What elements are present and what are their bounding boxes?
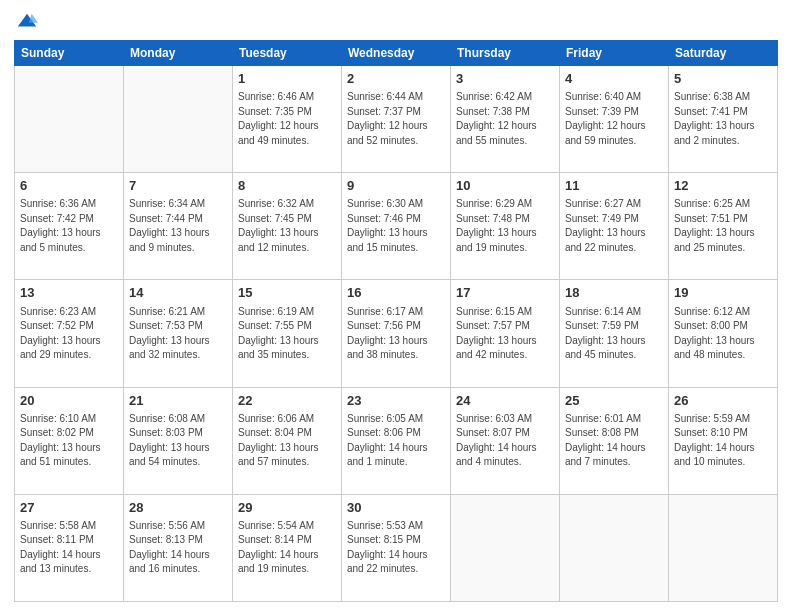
logo-icon bbox=[16, 10, 38, 32]
day-header-friday: Friday bbox=[560, 41, 669, 66]
calendar-cell: 5Sunrise: 6:38 AMSunset: 7:41 PMDaylight… bbox=[669, 66, 778, 173]
day-info: Sunset: 7:48 PM bbox=[456, 212, 554, 227]
day-info: Sunrise: 6:30 AM bbox=[347, 197, 445, 212]
day-info: Daylight: 14 hours and 13 minutes. bbox=[20, 548, 118, 577]
calendar-cell: 2Sunrise: 6:44 AMSunset: 7:37 PMDaylight… bbox=[342, 66, 451, 173]
week-row-4: 20Sunrise: 6:10 AMSunset: 8:02 PMDayligh… bbox=[15, 387, 778, 494]
calendar-cell: 12Sunrise: 6:25 AMSunset: 7:51 PMDayligh… bbox=[669, 173, 778, 280]
day-number: 4 bbox=[565, 70, 663, 88]
day-info: Sunrise: 6:34 AM bbox=[129, 197, 227, 212]
calendar-cell: 17Sunrise: 6:15 AMSunset: 7:57 PMDayligh… bbox=[451, 280, 560, 387]
day-info: Daylight: 14 hours and 16 minutes. bbox=[129, 548, 227, 577]
calendar-cell: 25Sunrise: 6:01 AMSunset: 8:08 PMDayligh… bbox=[560, 387, 669, 494]
day-info: Daylight: 13 hours and 19 minutes. bbox=[456, 226, 554, 255]
calendar-cell bbox=[124, 66, 233, 173]
day-info: Sunrise: 5:59 AM bbox=[674, 412, 772, 427]
day-number: 24 bbox=[456, 392, 554, 410]
day-info: Sunrise: 6:21 AM bbox=[129, 305, 227, 320]
day-info: Sunset: 7:51 PM bbox=[674, 212, 772, 227]
calendar-cell: 1Sunrise: 6:46 AMSunset: 7:35 PMDaylight… bbox=[233, 66, 342, 173]
calendar-cell bbox=[451, 494, 560, 601]
day-info: Daylight: 14 hours and 22 minutes. bbox=[347, 548, 445, 577]
week-row-5: 27Sunrise: 5:58 AMSunset: 8:11 PMDayligh… bbox=[15, 494, 778, 601]
day-info: Sunrise: 6:03 AM bbox=[456, 412, 554, 427]
day-number: 21 bbox=[129, 392, 227, 410]
week-row-1: 1Sunrise: 6:46 AMSunset: 7:35 PMDaylight… bbox=[15, 66, 778, 173]
calendar-cell: 7Sunrise: 6:34 AMSunset: 7:44 PMDaylight… bbox=[124, 173, 233, 280]
day-number: 9 bbox=[347, 177, 445, 195]
day-info: Daylight: 12 hours and 59 minutes. bbox=[565, 119, 663, 148]
day-info: Sunrise: 6:14 AM bbox=[565, 305, 663, 320]
day-number: 20 bbox=[20, 392, 118, 410]
day-info: Daylight: 13 hours and 25 minutes. bbox=[674, 226, 772, 255]
day-number: 25 bbox=[565, 392, 663, 410]
day-number: 27 bbox=[20, 499, 118, 517]
day-number: 23 bbox=[347, 392, 445, 410]
day-info: Sunset: 7:59 PM bbox=[565, 319, 663, 334]
day-info: Daylight: 12 hours and 52 minutes. bbox=[347, 119, 445, 148]
day-info: Daylight: 13 hours and 29 minutes. bbox=[20, 334, 118, 363]
calendar-cell: 8Sunrise: 6:32 AMSunset: 7:45 PMDaylight… bbox=[233, 173, 342, 280]
calendar-cell bbox=[669, 494, 778, 601]
logo bbox=[14, 10, 38, 32]
day-info: Sunrise: 6:06 AM bbox=[238, 412, 336, 427]
header-row: SundayMondayTuesdayWednesdayThursdayFrid… bbox=[15, 41, 778, 66]
calendar-cell: 19Sunrise: 6:12 AMSunset: 8:00 PMDayligh… bbox=[669, 280, 778, 387]
day-info: Daylight: 12 hours and 49 minutes. bbox=[238, 119, 336, 148]
day-info: Sunrise: 6:46 AM bbox=[238, 90, 336, 105]
day-number: 3 bbox=[456, 70, 554, 88]
day-info: Sunset: 8:04 PM bbox=[238, 426, 336, 441]
day-number: 28 bbox=[129, 499, 227, 517]
day-number: 17 bbox=[456, 284, 554, 302]
day-number: 10 bbox=[456, 177, 554, 195]
day-info: Sunrise: 6:40 AM bbox=[565, 90, 663, 105]
day-info: Daylight: 13 hours and 38 minutes. bbox=[347, 334, 445, 363]
day-number: 13 bbox=[20, 284, 118, 302]
day-number: 30 bbox=[347, 499, 445, 517]
day-info: Sunset: 8:08 PM bbox=[565, 426, 663, 441]
day-info: Sunset: 8:14 PM bbox=[238, 533, 336, 548]
day-info: Sunrise: 5:54 AM bbox=[238, 519, 336, 534]
day-info: Sunrise: 6:15 AM bbox=[456, 305, 554, 320]
day-info: Daylight: 13 hours and 22 minutes. bbox=[565, 226, 663, 255]
day-header-saturday: Saturday bbox=[669, 41, 778, 66]
day-number: 7 bbox=[129, 177, 227, 195]
calendar-cell: 9Sunrise: 6:30 AMSunset: 7:46 PMDaylight… bbox=[342, 173, 451, 280]
day-number: 15 bbox=[238, 284, 336, 302]
day-number: 26 bbox=[674, 392, 772, 410]
day-info: Daylight: 12 hours and 55 minutes. bbox=[456, 119, 554, 148]
day-number: 11 bbox=[565, 177, 663, 195]
day-info: Sunrise: 6:12 AM bbox=[674, 305, 772, 320]
day-info: Daylight: 13 hours and 54 minutes. bbox=[129, 441, 227, 470]
calendar-cell: 10Sunrise: 6:29 AMSunset: 7:48 PMDayligh… bbox=[451, 173, 560, 280]
calendar-cell: 15Sunrise: 6:19 AMSunset: 7:55 PMDayligh… bbox=[233, 280, 342, 387]
day-info: Daylight: 13 hours and 32 minutes. bbox=[129, 334, 227, 363]
day-info: Sunset: 7:39 PM bbox=[565, 105, 663, 120]
calendar-cell: 3Sunrise: 6:42 AMSunset: 7:38 PMDaylight… bbox=[451, 66, 560, 173]
day-info: Sunrise: 5:53 AM bbox=[347, 519, 445, 534]
day-info: Sunrise: 5:56 AM bbox=[129, 519, 227, 534]
day-info: Daylight: 13 hours and 48 minutes. bbox=[674, 334, 772, 363]
day-info: Daylight: 13 hours and 51 minutes. bbox=[20, 441, 118, 470]
page: SundayMondayTuesdayWednesdayThursdayFrid… bbox=[0, 0, 792, 612]
day-info: Sunset: 8:07 PM bbox=[456, 426, 554, 441]
calendar-cell: 14Sunrise: 6:21 AMSunset: 7:53 PMDayligh… bbox=[124, 280, 233, 387]
calendar-cell: 30Sunrise: 5:53 AMSunset: 8:15 PMDayligh… bbox=[342, 494, 451, 601]
day-info: Daylight: 14 hours and 7 minutes. bbox=[565, 441, 663, 470]
calendar-cell: 23Sunrise: 6:05 AMSunset: 8:06 PMDayligh… bbox=[342, 387, 451, 494]
day-info: Sunset: 8:06 PM bbox=[347, 426, 445, 441]
calendar-table: SundayMondayTuesdayWednesdayThursdayFrid… bbox=[14, 40, 778, 602]
day-info: Sunset: 7:56 PM bbox=[347, 319, 445, 334]
day-header-sunday: Sunday bbox=[15, 41, 124, 66]
calendar-cell: 20Sunrise: 6:10 AMSunset: 8:02 PMDayligh… bbox=[15, 387, 124, 494]
calendar-cell: 28Sunrise: 5:56 AMSunset: 8:13 PMDayligh… bbox=[124, 494, 233, 601]
day-info: Daylight: 13 hours and 42 minutes. bbox=[456, 334, 554, 363]
day-info: Daylight: 14 hours and 1 minute. bbox=[347, 441, 445, 470]
day-info: Sunset: 8:15 PM bbox=[347, 533, 445, 548]
week-row-3: 13Sunrise: 6:23 AMSunset: 7:52 PMDayligh… bbox=[15, 280, 778, 387]
day-info: Daylight: 13 hours and 2 minutes. bbox=[674, 119, 772, 148]
day-info: Sunrise: 6:19 AM bbox=[238, 305, 336, 320]
calendar-cell: 18Sunrise: 6:14 AMSunset: 7:59 PMDayligh… bbox=[560, 280, 669, 387]
day-number: 29 bbox=[238, 499, 336, 517]
day-info: Daylight: 13 hours and 12 minutes. bbox=[238, 226, 336, 255]
